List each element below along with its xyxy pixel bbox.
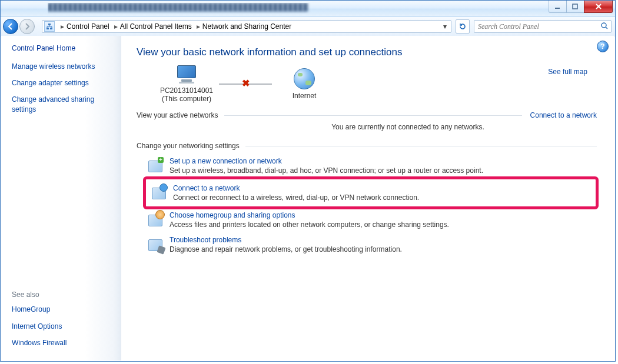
arrow-left-icon: [6, 22, 15, 31]
svg-rect-4: [50, 28, 52, 29]
titlebar: ████████████████████████████████████████…: [1, 1, 615, 17]
svg-rect-2: [48, 24, 51, 25]
see-also-label: See also: [12, 290, 115, 299]
option-homegroup-sharing[interactable]: Choose homegroup and sharing options Acc…: [145, 208, 597, 232]
homegroup-icon: [147, 211, 164, 228]
forward-button[interactable]: [19, 19, 35, 34]
disconnected-icon: ✖: [241, 79, 250, 89]
see-full-map-link[interactable]: See full map: [548, 68, 587, 76]
change-settings-label: Change your networking settings: [137, 142, 240, 150]
search-box[interactable]: [474, 20, 612, 33]
option-desc: Diagnose and repair network problems, or…: [170, 245, 402, 253]
body: Control Panel Home Manage wireless netwo…: [1, 36, 614, 360]
sidebar-link-internet-options[interactable]: Internet Options: [12, 322, 115, 331]
nav-arrows: [3, 19, 38, 34]
search-input[interactable]: [477, 22, 600, 32]
option-connect-network[interactable]: Connect to a network Connect or reconnec…: [145, 178, 597, 208]
chevron-right-icon: ▸: [61, 22, 64, 31]
minimize-icon: [554, 4, 561, 10]
search-icon[interactable]: [600, 22, 609, 32]
option-title: Connect to a network: [173, 184, 419, 192]
option-desc: Connect or reconnect to a wireless, wire…: [173, 193, 419, 202]
address-bar[interactable]: ▸Control Panel ▸All Control Panel Items …: [42, 20, 451, 33]
connect-to-network-link[interactable]: Connect to a network: [530, 111, 597, 119]
breadcrumb[interactable]: ▸Control Panel: [57, 22, 111, 31]
refresh-icon: [458, 22, 467, 31]
option-troubleshoot[interactable]: Troubleshoot problems Diagnose and repai…: [145, 232, 597, 257]
close-button[interactable]: [584, 1, 613, 13]
control-panel-home-link[interactable]: Control Panel Home: [12, 44, 115, 52]
option-title: Choose homegroup and sharing options: [170, 211, 449, 219]
setup-connection-icon: +: [147, 157, 164, 173]
window: ████████████████████████████████████████…: [0, 0, 616, 362]
connect-network-icon: [151, 184, 167, 201]
internet-label: Internet: [272, 92, 337, 100]
arrow-right-icon: [23, 22, 31, 31]
globe-icon: [294, 68, 315, 89]
sidebar: Control Panel Home Manage wireless netwo…: [1, 36, 121, 360]
network-center-icon: [44, 21, 55, 32]
sidebar-link-windows-firewall[interactable]: Windows Firewall: [12, 338, 115, 348]
sidebar-link-advanced-sharing[interactable]: Change advanced sharing settings: [12, 95, 115, 113]
breadcrumb[interactable]: ▸Network and Sharing Center: [193, 22, 293, 31]
minimize-button[interactable]: [549, 1, 567, 13]
chevron-right-icon: ▸: [114, 22, 118, 31]
option-desc: Access files and printers located on oth…: [170, 221, 449, 229]
chevron-right-icon: ▸: [197, 22, 200, 31]
sidebar-link-adapter-settings[interactable]: Change adapter settings: [12, 78, 115, 88]
svg-rect-3: [46, 28, 49, 29]
address-dropdown[interactable]: ▾: [440, 22, 450, 31]
maximize-icon: [572, 4, 579, 10]
connection-line: ✖: [219, 84, 272, 85]
page-title: View your basic network information and …: [137, 46, 597, 58]
option-setup-connection[interactable]: + Set up a new connection or network Set…: [145, 153, 597, 178]
map-node-internet[interactable]: Internet: [272, 68, 337, 100]
troubleshoot-icon: [147, 236, 164, 252]
option-title: Troubleshoot problems: [170, 236, 402, 244]
active-networks-header: View your active networks Connect to a n…: [137, 111, 597, 119]
help-icon[interactable]: ?: [597, 41, 609, 52]
map-node-this-computer[interactable]: PC20131014001 (This computer): [154, 65, 219, 103]
computer-name: PC20131014001: [154, 86, 219, 95]
window-controls: [549, 1, 613, 13]
svg-rect-1: [573, 4, 577, 9]
option-title: Set up a new connection or network: [170, 157, 483, 165]
computer-icon: [175, 65, 198, 84]
svg-point-5: [602, 23, 606, 28]
option-desc: Set up a wireless, broadband, dial-up, a…: [170, 166, 483, 175]
sidebar-link-homegroup[interactable]: HomeGroup: [12, 305, 115, 314]
svg-rect-0: [555, 8, 560, 9]
active-networks-label: View your active networks: [137, 111, 218, 119]
not-connected-text: You are currently not connected to any n…: [219, 123, 597, 131]
computer-sub: (This computer): [154, 95, 219, 103]
refresh-button[interactable]: [456, 19, 470, 34]
change-settings-header: Change your networking settings: [137, 142, 597, 150]
content: ? View your basic network information an…: [121, 36, 614, 360]
nav-row: ▸Control Panel ▸All Control Panel Items …: [1, 17, 615, 36]
network-map: See full map PC20131014001 (This compute…: [137, 65, 597, 103]
back-button[interactable]: [3, 19, 18, 34]
window-title: ████████████████████████████████████████…: [48, 3, 527, 14]
close-icon: [595, 3, 602, 10]
breadcrumb[interactable]: ▸All Control Panel Items: [111, 22, 193, 31]
maximize-button[interactable]: [566, 1, 584, 13]
sidebar-link-manage-wireless[interactable]: Manage wireless networks: [12, 62, 115, 71]
